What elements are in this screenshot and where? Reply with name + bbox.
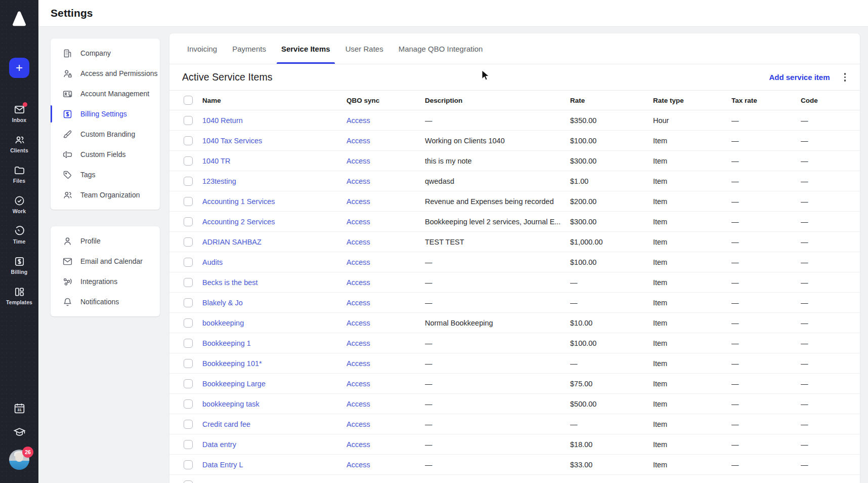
service-item-name-link[interactable]: ADRIAN SAHBAZ: [202, 238, 262, 246]
qbo-sync-access-link[interactable]: Access: [346, 258, 370, 266]
user-avatar[interactable]: 26: [9, 450, 29, 470]
qbo-sync-access-link[interactable]: Access: [346, 238, 370, 246]
tab-invoicing[interactable]: Invoicing: [186, 33, 218, 64]
tab-manage-qbo-integration[interactable]: Manage QBO Integration: [398, 33, 484, 64]
rail-item-work[interactable]: Work: [0, 189, 38, 220]
column-header-rate-type: Rate type: [653, 97, 731, 104]
qbo-sync-access-link[interactable]: Access: [346, 278, 370, 287]
row-checkbox[interactable]: [184, 359, 193, 368]
description-cell: —: [425, 400, 570, 408]
rail-item-templates[interactable]: Templates: [0, 280, 38, 311]
row-checkbox[interactable]: [184, 399, 193, 409]
rail-item-files[interactable]: Files: [0, 159, 38, 189]
service-item-name-link[interactable]: Credit card fee: [202, 420, 250, 428]
service-item-name-link[interactable]: Bookkeeping Large: [202, 380, 266, 388]
qbo-sync-access-link[interactable]: Access: [346, 177, 370, 185]
nav-item-custom-branding[interactable]: Custom Branding: [51, 124, 160, 144]
service-item-name-link[interactable]: Bookkeeping 1: [202, 339, 251, 347]
nav-item-company[interactable]: Company: [51, 43, 160, 63]
rail-label-billing: Billing: [11, 269, 28, 275]
rail-item-inbox[interactable]: Inbox: [0, 98, 38, 129]
tab-service-items[interactable]: Service Items: [280, 33, 331, 64]
nav-item-email-and-calendar[interactable]: Email and Calendar: [51, 251, 160, 271]
table-row: Audits Access — $100.00 Item — —: [169, 252, 860, 272]
code-cell: —: [801, 137, 860, 145]
more-options-kebab-icon[interactable]: [841, 71, 849, 84]
qbo-sync-access-link[interactable]: Access: [346, 400, 370, 408]
service-item-name-link[interactable]: Accounting 1 Services: [202, 197, 275, 206]
qbo-sync-access-link[interactable]: Access: [346, 359, 370, 368]
qbo-sync-access-link[interactable]: Access: [346, 420, 370, 428]
qbo-sync-access-link[interactable]: Access: [346, 197, 370, 206]
row-checkbox[interactable]: [184, 318, 193, 328]
service-item-name-link[interactable]: bookkeeping: [202, 319, 244, 327]
qbo-sync-access-link[interactable]: Access: [346, 137, 370, 145]
service-item-name-link[interactable]: 1040 TR: [202, 157, 230, 165]
service-item-name-link[interactable]: 1040 Tax Services: [202, 137, 262, 145]
service-item-name-link[interactable]: Audits: [202, 258, 223, 266]
nav-label: Tags: [80, 171, 96, 179]
qbo-sync-access-link[interactable]: Access: [346, 339, 370, 347]
add-service-item-button[interactable]: Add service item: [769, 73, 830, 82]
row-checkbox[interactable]: [184, 197, 193, 206]
description-cell: —: [425, 299, 570, 307]
row-checkbox[interactable]: [184, 298, 193, 307]
rail-item-time[interactable]: Time: [0, 220, 38, 250]
nav-item-profile[interactable]: Profile: [51, 231, 160, 251]
table-row: 123testing Access qwedasd $1.00 Item — —: [169, 171, 860, 191]
tab-payments[interactable]: Payments: [231, 33, 267, 64]
row-checkbox[interactable]: [184, 136, 193, 145]
service-item-name-link[interactable]: Accounting 2 Services: [202, 218, 275, 226]
service-item-name-link[interactable]: Bookkeeping 101*: [202, 359, 262, 368]
nav-item-custom-fields[interactable]: Custom Fields: [51, 144, 160, 165]
row-checkbox[interactable]: [184, 258, 193, 267]
service-item-name-link[interactable]: Data entry: [202, 440, 236, 449]
content-area: Settings Company Access and Permissions: [38, 0, 868, 483]
service-item-name-link[interactable]: 123testing: [202, 177, 236, 185]
row-checkbox[interactable]: [184, 177, 193, 186]
qbo-sync-access-link[interactable]: Access: [346, 157, 370, 165]
row-checkbox[interactable]: [184, 217, 193, 226]
rail-item-billing[interactable]: Billing: [0, 250, 38, 280]
rail-item-clients[interactable]: Clients: [0, 129, 38, 159]
create-new-button[interactable]: +: [9, 58, 29, 78]
qbo-sync-access-link[interactable]: Access: [346, 319, 370, 327]
row-checkbox[interactable]: [184, 339, 193, 348]
service-item-name-link[interactable]: Data Entry L: [202, 461, 243, 469]
service-item-name-link[interactable]: bookkeeping task: [202, 400, 259, 408]
row-checkbox[interactable]: [184, 116, 193, 125]
check-circle-icon: [14, 195, 25, 207]
nav-item-account-management[interactable]: Account Management: [51, 84, 160, 104]
nav-item-tags[interactable]: Tags: [51, 165, 160, 185]
description-cell: Bookkeeping level 2 services, Journal E.…: [425, 218, 570, 226]
tax-rate-cell: —: [731, 440, 801, 449]
service-item-name-link[interactable]: Becks is the best: [202, 278, 258, 287]
qbo-sync-access-link[interactable]: Access: [346, 461, 370, 469]
tab-user-rates[interactable]: User Rates: [344, 33, 384, 64]
qbo-sync-access-link[interactable]: Access: [346, 380, 370, 388]
service-item-name-link[interactable]: 1040 Return: [202, 116, 243, 125]
row-checkbox[interactable]: [184, 278, 193, 287]
training-graduation-cap-icon[interactable]: [13, 426, 26, 438]
service-item-name-link[interactable]: Blakely & Jo: [202, 299, 243, 307]
row-checkbox[interactable]: [184, 460, 193, 469]
nav-item-billing-settings[interactable]: Billing Settings: [51, 104, 160, 124]
row-checkbox[interactable]: [184, 237, 193, 247]
qbo-sync-access-link[interactable]: Access: [346, 116, 370, 125]
row-checkbox[interactable]: [184, 480, 193, 483]
service-items-panel: Invoicing Payments Service Items User Ra…: [169, 33, 860, 483]
nav-item-access-and-permissions[interactable]: Access and Permissions: [51, 63, 160, 84]
row-checkbox[interactable]: [184, 420, 193, 429]
row-checkbox[interactable]: [184, 379, 193, 388]
qbo-sync-access-link[interactable]: Access: [346, 299, 370, 307]
qbo-sync-access-link[interactable]: Access: [346, 440, 370, 449]
nav-item-team-organization[interactable]: Team Organization: [51, 185, 160, 205]
row-checkbox[interactable]: [184, 440, 193, 449]
nav-item-integrations[interactable]: Integrations: [51, 271, 160, 292]
row-checkbox[interactable]: [184, 156, 193, 166]
calendar-31-icon[interactable]: 31: [13, 402, 26, 415]
select-all-checkbox[interactable]: [184, 96, 193, 105]
dollar-square-icon: [14, 256, 25, 267]
nav-item-notifications[interactable]: Notifications: [51, 292, 160, 312]
qbo-sync-access-link[interactable]: Access: [346, 218, 370, 226]
